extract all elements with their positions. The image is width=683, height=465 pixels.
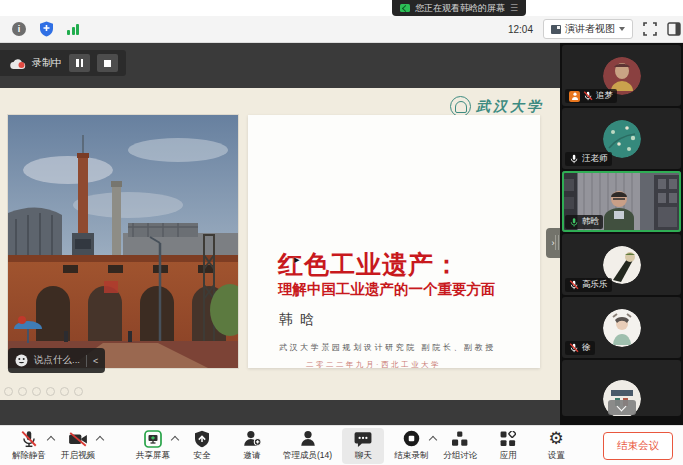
hand-raised-icon — [569, 91, 580, 102]
gear-icon: ⚙ — [549, 430, 564, 447]
participant-tile[interactable]: 高乐乐 — [562, 234, 681, 295]
chat-button[interactable]: 聊天 — [342, 428, 384, 464]
collapse-chat-icon[interactable]: < — [93, 356, 98, 366]
start-video-button[interactable]: 开启视频 — [57, 428, 99, 464]
chevron-down-icon — [619, 27, 625, 31]
apps-button[interactable]: 应用 — [487, 428, 529, 464]
manage-members-button[interactable]: 管理成员(14) — [279, 428, 336, 464]
chat-bubble-icon — [354, 431, 372, 447]
meeting-clock: 12:04 — [508, 24, 533, 35]
chat-input-placeholder[interactable]: 说点什么... — [34, 354, 80, 367]
recording-bar: 录制中 — [0, 50, 126, 76]
apps-grid-icon — [500, 431, 516, 447]
banner-menu-icon[interactable]: ☰ — [510, 4, 518, 13]
settings-button[interactable]: ⚙ 设置 — [535, 428, 577, 464]
camera-off-icon — [68, 431, 88, 447]
avatar — [603, 309, 641, 347]
mic-muted-icon — [20, 430, 38, 448]
participant-tile[interactable]: 徐 — [562, 297, 681, 358]
invite-button[interactable]: 邀请 — [231, 428, 273, 464]
participant-tile-active-speaker[interactable]: 韩晗 — [562, 171, 681, 232]
meeting-info-icon[interactable]: i — [12, 22, 26, 36]
view-mode-button[interactable]: 演讲者视图 — [543, 19, 633, 39]
participant-name: 追梦 — [596, 90, 613, 102]
share-screen-button[interactable]: 共享屏幕 — [132, 428, 174, 464]
meeting-window: 您正在观看韩晗的屏幕 ☰ i 12:04 演讲者视图 武汉大学 — [0, 0, 683, 465]
participant-name: 高乐乐 — [582, 279, 608, 291]
slide-title: 红色工业遗产： — [278, 248, 460, 281]
stop-record-icon — [403, 430, 420, 447]
fullscreen-icon[interactable] — [643, 22, 657, 36]
slide-text-panel: 红色工业遗产： ▸ 理解中国工业遗产的一个重要方面 韩晗 武汉大学景园规划设计研… — [248, 115, 540, 368]
view-mode-label: 演讲者视图 — [565, 22, 615, 36]
mouse-cursor: ▸ — [294, 253, 300, 266]
quick-chat-bar[interactable]: 说点什么... < — [8, 348, 105, 373]
slide-date-line: 二零二二年九月·西北工业大学 — [306, 360, 441, 370]
chevron-down-icon — [617, 401, 627, 411]
participant-name: 韩晗 — [582, 216, 599, 228]
slide-subtitle: 理解中国工业遗产的一个重要方面 — [278, 280, 496, 299]
security-button[interactable]: 安全 — [181, 428, 223, 464]
scroll-down-participants-button[interactable] — [608, 400, 636, 415]
watching-banner[interactable]: 您正在观看韩晗的屏幕 ☰ — [392, 0, 526, 16]
mic-muted-icon — [569, 280, 579, 290]
participant-name: 徐 — [582, 342, 591, 354]
university-seal-icon — [450, 96, 471, 117]
header-toolbar: i 12:04 演讲者视图 — [0, 16, 683, 43]
watching-banner-text: 您正在观看韩晗的屏幕 — [415, 2, 505, 15]
share-screen-icon — [144, 430, 162, 448]
stop-record-button[interactable]: 结束录制 — [390, 428, 432, 464]
layout-icon — [551, 25, 561, 34]
shared-screen-stage: 武汉大学 — [0, 43, 560, 425]
unmute-button[interactable]: 解除静音 — [8, 428, 50, 464]
cloud-record-icon — [10, 58, 25, 68]
recording-status-label: 录制中 — [32, 56, 62, 70]
end-meeting-button[interactable]: 结束会议 — [603, 432, 673, 460]
breakout-grid-icon — [452, 431, 468, 447]
mic-on-icon — [569, 154, 579, 164]
security-shield-icon[interactable] — [39, 21, 54, 37]
side-panel-icon[interactable] — [667, 22, 681, 36]
network-signal-icon[interactable] — [67, 24, 79, 35]
sidebar-resize-grip[interactable] — [555, 235, 560, 250]
mic-speaking-icon — [569, 217, 579, 228]
mic-muted-icon — [569, 343, 579, 353]
slide-author: 韩晗 — [279, 311, 321, 329]
university-logo-text: 武汉大学 — [476, 98, 544, 116]
invite-person-icon — [243, 430, 261, 447]
participant-tile[interactable]: 追梦 — [562, 45, 681, 106]
emoji-icon[interactable] — [15, 354, 28, 367]
slide-photo-industrial-site — [8, 115, 238, 368]
breakout-rooms-button[interactable]: 分组讨论 — [439, 428, 481, 464]
screen-share-active-icon — [400, 4, 410, 12]
university-logo: 武汉大学 — [450, 96, 544, 117]
pause-recording-button[interactable] — [69, 54, 90, 72]
presentation-controls[interactable] — [4, 387, 83, 396]
participants-sidebar: 追梦 汪老师 — [560, 43, 683, 425]
participant-name: 汪老师 — [582, 153, 608, 165]
mic-muted-icon — [583, 91, 593, 101]
slide-affiliation: 武汉大学景园规划设计研究院 副院长、副教授 — [279, 342, 496, 353]
stop-recording-button[interactable] — [97, 54, 118, 72]
person-icon — [300, 430, 316, 447]
shield-icon — [194, 430, 210, 448]
bottom-toolbar: 解除静音 开启视频 共享屏幕 安全 邀请 — [0, 425, 683, 465]
top-strip — [0, 0, 683, 16]
participant-tile[interactable]: 汪老师 — [562, 108, 681, 169]
